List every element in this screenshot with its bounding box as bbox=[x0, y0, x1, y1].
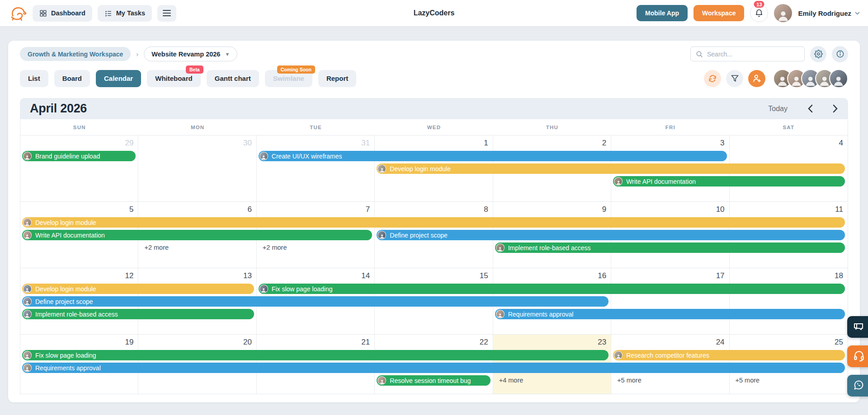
more-events-label[interactable]: +5 more bbox=[617, 377, 642, 384]
event-label: Create UI/UX wireframes bbox=[272, 153, 342, 160]
gear-icon bbox=[814, 50, 823, 58]
date-number: 5 bbox=[129, 205, 133, 214]
event-pill[interactable]: Fix slow page loading bbox=[259, 284, 845, 294]
next-month-button[interactable] bbox=[833, 104, 838, 113]
tab-list[interactable]: List bbox=[20, 70, 48, 87]
user-plus-icon bbox=[752, 74, 762, 83]
event-label: Write API documentation bbox=[35, 232, 105, 239]
breadcrumb-project-label: Website Revamp 2026 bbox=[151, 51, 220, 58]
user-menu[interactable]: Emily Rodriguez bbox=[798, 9, 860, 17]
assignee-avatar bbox=[23, 351, 32, 359]
tab-report[interactable]: Report bbox=[318, 70, 356, 87]
date-number: 21 bbox=[361, 338, 370, 346]
assignee-avatar bbox=[377, 164, 386, 173]
event-pill[interactable]: Fix slow page loading bbox=[22, 350, 609, 360]
invite-member-button[interactable] bbox=[748, 70, 765, 87]
weekday-label: TUE bbox=[257, 119, 375, 135]
user-name-label: Emily Rodriguez bbox=[798, 9, 851, 17]
dashboard-label: Dashboard bbox=[51, 9, 85, 17]
event-pill[interactable]: Develop login module bbox=[377, 163, 845, 174]
filter-button[interactable] bbox=[726, 70, 743, 87]
app-logo-turtle-icon[interactable] bbox=[8, 4, 27, 23]
search-input[interactable] bbox=[707, 51, 799, 58]
workspace-button[interactable]: Workspace bbox=[693, 5, 744, 21]
event-label: Brand guideline upload bbox=[35, 153, 100, 160]
event-pill[interactable]: Resolve session timeout bug bbox=[377, 375, 490, 386]
headset-float-button[interactable] bbox=[847, 345, 868, 367]
main-panel: Growth & Marketing Workspace › Website R… bbox=[8, 41, 860, 402]
event-pill[interactable]: Write API documentation bbox=[22, 230, 372, 240]
mobile-app-button[interactable]: Mobile App bbox=[637, 5, 688, 21]
event-pill[interactable]: Define project scope bbox=[22, 296, 609, 307]
event-pill[interactable]: Develop login module bbox=[22, 217, 845, 228]
event-label: Fix slow page loading bbox=[272, 285, 333, 293]
weekday-header-row: SUNMONTUEWEDTHUFRISAT bbox=[20, 119, 848, 135]
event-pill[interactable]: Research competitor features bbox=[613, 350, 845, 360]
top-navbar: Dashboard My Tasks LazyCoders Mobile App… bbox=[0, 0, 868, 27]
info-button[interactable] bbox=[832, 46, 848, 62]
chat-icon bbox=[853, 321, 864, 333]
whatsapp-icon bbox=[853, 379, 864, 392]
event-pill[interactable]: Create UI/UX wireframes bbox=[259, 151, 727, 161]
tab-swimlane: Swimlane Coming Soon bbox=[265, 70, 312, 87]
event-label: Develop login module bbox=[390, 165, 451, 173]
coming-soon-badge: Coming Soon bbox=[277, 65, 315, 74]
breadcrumb-project-selector[interactable]: Website Revamp 2026 ▼ bbox=[144, 47, 237, 61]
chevron-right-icon bbox=[833, 104, 838, 113]
assignee-avatar bbox=[23, 310, 32, 318]
event-pill[interactable]: Define project scope bbox=[377, 230, 845, 240]
calendar-day-cell[interactable]: 30 bbox=[138, 135, 256, 201]
event-pill[interactable]: Requirements approval bbox=[22, 363, 845, 373]
assignee-avatar bbox=[23, 218, 32, 227]
dashboard-button[interactable]: Dashboard bbox=[33, 5, 92, 22]
event-pill[interactable]: Write API documentation bbox=[613, 176, 845, 187]
event-label: Define project scope bbox=[390, 232, 448, 239]
event-label: Implement role-based access bbox=[508, 244, 591, 252]
more-events-label[interactable]: +2 more bbox=[263, 244, 287, 251]
whatsapp-float-button[interactable] bbox=[847, 375, 868, 396]
team-avatar-stack bbox=[773, 69, 848, 88]
breadcrumb-workspace[interactable]: Growth & Marketing Workspace bbox=[20, 47, 131, 61]
date-number: 7 bbox=[366, 205, 370, 214]
refresh-button[interactable] bbox=[704, 70, 721, 87]
event-pill[interactable]: Develop login module bbox=[22, 284, 254, 294]
tab-gantt-chart[interactable]: Gantt chart bbox=[207, 70, 259, 87]
chevron-left-icon bbox=[807, 104, 813, 113]
more-events-label[interactable]: +2 more bbox=[144, 244, 169, 251]
tab-whiteboard[interactable]: Whiteboard Beta bbox=[147, 70, 201, 87]
more-events-label[interactable]: +5 more bbox=[736, 377, 760, 384]
info-icon bbox=[836, 50, 844, 58]
event-pill[interactable]: Requirements approval bbox=[495, 309, 845, 319]
date-number: 24 bbox=[716, 338, 725, 346]
member-avatar-5[interactable] bbox=[829, 69, 848, 88]
event-pill[interactable]: Implement role-based access bbox=[22, 309, 254, 319]
calendar-day-cell[interactable]: 31 bbox=[257, 135, 375, 201]
menu-button[interactable] bbox=[157, 5, 176, 22]
date-number: 9 bbox=[602, 205, 606, 214]
user-avatar[interactable] bbox=[774, 4, 792, 22]
my-tasks-label: My Tasks bbox=[116, 9, 145, 17]
tab-calendar[interactable]: Calendar bbox=[96, 70, 141, 87]
calendar-day-cell[interactable]: 17 bbox=[611, 268, 729, 334]
headset-icon bbox=[853, 350, 865, 363]
tab-board[interactable]: Board bbox=[54, 70, 90, 87]
calendar-day-cell[interactable]: 29 bbox=[20, 135, 138, 201]
calendar-week-row: 567891011Develop login moduleWrite API d… bbox=[20, 202, 848, 268]
assignee-avatar bbox=[23, 364, 32, 372]
event-pill[interactable]: Brand guideline upload bbox=[22, 151, 136, 161]
breadcrumb-separator-icon: › bbox=[136, 50, 138, 58]
calendar-day-cell[interactable]: 18 bbox=[730, 268, 848, 334]
settings-button[interactable] bbox=[810, 46, 826, 62]
event-label: Resolve session timeout bug bbox=[390, 377, 471, 384]
date-number: 14 bbox=[361, 271, 370, 280]
date-number: 19 bbox=[125, 338, 134, 346]
more-events-label[interactable]: +4 more bbox=[499, 377, 524, 384]
event-pill[interactable]: Implement role-based access bbox=[495, 242, 845, 253]
today-button[interactable]: Today bbox=[768, 105, 788, 113]
weekday-label: FRI bbox=[611, 119, 729, 135]
search-box bbox=[690, 47, 805, 61]
chat-float-button[interactable] bbox=[847, 316, 868, 338]
previous-month-button[interactable] bbox=[807, 104, 813, 113]
assignee-avatar bbox=[259, 284, 268, 293]
my-tasks-button[interactable]: My Tasks bbox=[98, 5, 152, 22]
